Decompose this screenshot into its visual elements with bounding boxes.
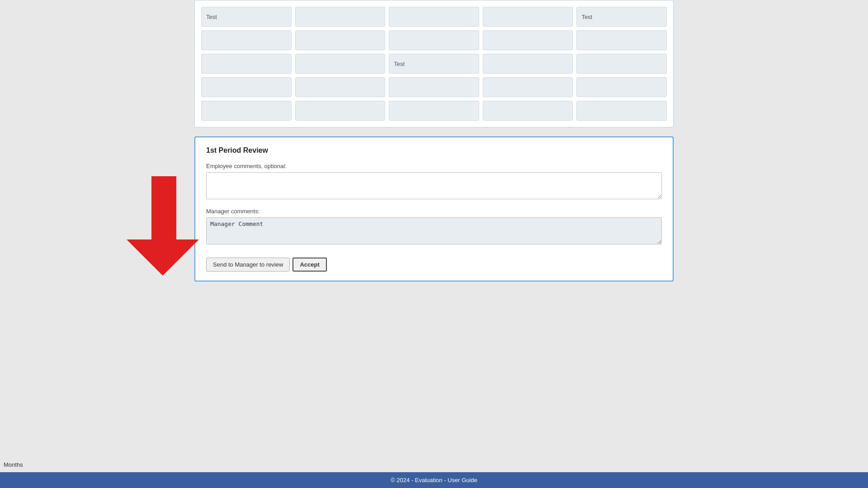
grid-cell-r2-c3 — [483, 54, 573, 74]
grid-cell-r0-c4: Test — [576, 7, 667, 27]
months-label: Months — [0, 460, 27, 470]
grid-cell-r0-c1 — [295, 7, 386, 27]
red-arrow-annotation — [127, 176, 199, 276]
grid-cell-r1-c3 — [483, 30, 573, 50]
grid-cell-r1-c0 — [201, 30, 292, 50]
grid-cell-r1-c1 — [295, 30, 386, 50]
manager-comments-textarea[interactable] — [206, 217, 662, 244]
accept-button[interactable]: Accept — [292, 258, 326, 272]
footer-text: © 2024 - Evaluation - User Guide — [391, 477, 477, 483]
action-buttons-row: Send to Manager to review Accept — [206, 258, 662, 272]
grid-cell-r2-c1 — [295, 54, 386, 74]
svg-marker-1 — [127, 239, 199, 276]
data-grid: TestTestTest — [199, 5, 669, 122]
grid-cell-r2-c4 — [576, 54, 667, 74]
review-section: 1st Period Review Employee comments, opt… — [194, 136, 674, 282]
grid-cell-r0-c0: Test — [201, 7, 292, 27]
send-to-manager-button[interactable]: Send to Manager to review — [206, 258, 290, 272]
top-table-section: TestTestTest — [194, 0, 674, 127]
grid-cell-r0-c3 — [483, 7, 573, 27]
grid-cell-r4-c1 — [295, 101, 386, 121]
footer: © 2024 - Evaluation - User Guide — [0, 472, 868, 488]
svg-rect-0 — [151, 176, 176, 239]
grid-cell-r4-c2 — [389, 101, 479, 121]
grid-cell-r1-c4 — [576, 30, 667, 50]
grid-cell-r0-c2 — [389, 7, 479, 27]
grid-cell-r4-c3 — [483, 101, 573, 121]
employee-comments-textarea[interactable] — [206, 172, 662, 199]
grid-cell-r3-c3 — [483, 77, 573, 97]
grid-cell-r2-c0 — [201, 54, 292, 74]
grid-cell-r4-c4 — [576, 101, 667, 121]
employee-comments-label: Employee comments, optional: — [206, 163, 662, 169]
grid-cell-r3-c2 — [389, 77, 479, 97]
page-wrapper: TestTestTest 1st Period Review Employee … — [0, 0, 868, 488]
grid-cell-r3-c0 — [201, 77, 292, 97]
content-area: TestTestTest 1st Period Review Employee … — [0, 0, 868, 282]
grid-cell-r3-c4 — [576, 77, 667, 97]
grid-cell-r4-c0 — [201, 101, 292, 121]
grid-cell-r1-c2 — [389, 30, 479, 50]
grid-cell-r3-c1 — [295, 77, 386, 97]
review-title: 1st Period Review — [206, 146, 662, 155]
grid-cell-r2-c2: Test — [389, 54, 479, 74]
manager-comments-label: Manager comments: — [206, 208, 662, 215]
